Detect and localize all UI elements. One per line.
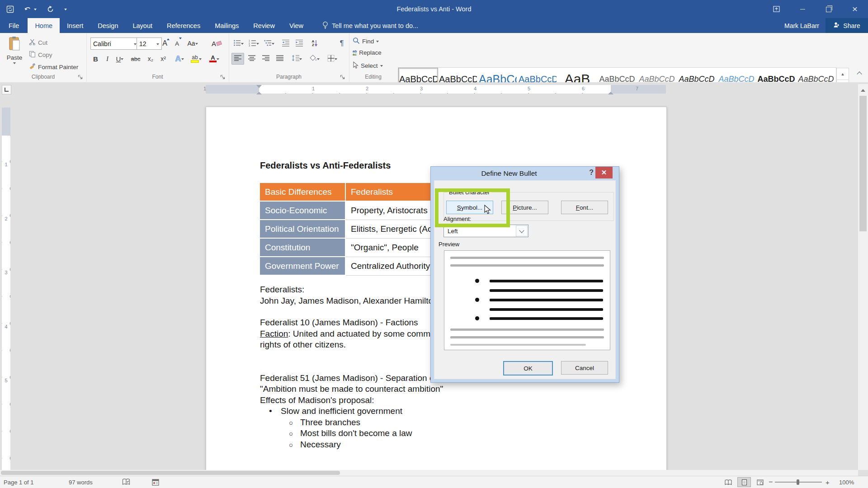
subscript-button[interactable]: x₂ <box>145 53 156 65</box>
superscript-button[interactable]: x² <box>157 53 169 65</box>
doc-line: Faction: United and actuated by some com… <box>260 329 435 339</box>
ribbon-display-options-icon[interactable] <box>763 0 789 18</box>
web-layout-icon[interactable] <box>753 477 767 487</box>
increase-indent-button[interactable] <box>293 38 305 49</box>
numbering-button[interactable]: 123 <box>247 38 261 49</box>
print-layout-icon[interactable] <box>737 477 751 487</box>
sort-icon: A Z <box>312 40 318 47</box>
bullet-list-icon <box>233 39 241 48</box>
right-indent-marker[interactable] <box>608 89 613 94</box>
show-hide-pilcrow-button[interactable]: ¶ <box>336 38 347 49</box>
circle-bullet-marker: ○ <box>289 419 300 427</box>
format-painter-label: Format Painter <box>38 64 78 70</box>
proofing-icon[interactable] <box>122 476 130 488</box>
vertical-scroll-thumb[interactable] <box>859 96 867 231</box>
justify-button[interactable] <box>274 53 286 65</box>
table-label-cell[interactable]: Constitution <box>260 238 345 257</box>
italic-button[interactable]: I <box>103 53 112 65</box>
shrink-font-button[interactable]: A <box>171 38 183 49</box>
multilevel-list-button[interactable] <box>262 38 276 49</box>
table-header-cell[interactable]: Basic Differences <box>260 183 345 201</box>
help-icon[interactable]: ? <box>589 169 594 177</box>
font-color-button[interactable]: A <box>206 53 222 65</box>
font-size-value: 12 <box>139 40 146 47</box>
replace-button[interactable]: ab ac Replace <box>353 49 382 56</box>
dialog-close-button[interactable]: ✕ <box>595 167 613 178</box>
page-indicator[interactable]: Page 1 of 1 <box>4 476 34 488</box>
horizontal-scrollbar[interactable] <box>0 470 858 476</box>
zoom-in-icon[interactable]: + <box>826 476 830 488</box>
table-label-cell[interactable]: Political Orientation <box>260 220 345 238</box>
word-count[interactable]: 97 words <box>69 476 93 488</box>
zoom-level[interactable]: 100% <box>839 476 854 488</box>
close-button[interactable]: × <box>842 0 868 18</box>
font-button[interactable]: Font... <box>561 201 608 214</box>
dropdown-chevron-icon[interactable] <box>516 225 528 236</box>
strikethrough-button[interactable]: abc <box>128 53 143 65</box>
font-size-select[interactable]: 12 <box>137 38 162 50</box>
tab-file[interactable]: File <box>0 18 28 33</box>
align-left-button[interactable] <box>231 53 244 65</box>
text-effects-button[interactable]: A <box>173 53 186 65</box>
tab-home[interactable]: Home <box>28 18 60 33</box>
tab-references[interactable]: References <box>160 18 208 33</box>
shading-button[interactable] <box>306 53 322 65</box>
copy-button[interactable]: Copy <box>29 51 52 59</box>
cut-button[interactable]: Cut <box>29 38 47 47</box>
collapse-ribbon-icon[interactable] <box>858 74 861 76</box>
table-label-cell[interactable]: Government Power <box>260 257 345 275</box>
align-right-button[interactable] <box>259 53 272 65</box>
restore-button[interactable] <box>816 0 842 18</box>
clipboard-dialog-launcher-icon[interactable] <box>78 74 83 80</box>
borders-button[interactable] <box>324 53 340 65</box>
decrease-indent-button[interactable] <box>279 38 292 49</box>
macro-record-icon[interactable] <box>152 476 159 488</box>
line-spacing-button[interactable] <box>289 53 304 65</box>
hanging-indent-marker[interactable] <box>256 89 262 94</box>
change-case-button[interactable]: Aa <box>185 38 200 49</box>
ok-button[interactable]: OK <box>503 361 553 375</box>
share-button[interactable]: Share <box>826 18 868 33</box>
zoom-out-icon[interactable]: − <box>769 476 773 488</box>
tab-selector[interactable] <box>2 85 11 94</box>
increase-indent-icon <box>295 39 303 48</box>
format-painter-button[interactable]: Format Painter <box>29 63 78 71</box>
select-button[interactable]: Select <box>353 61 383 70</box>
dialog-title[interactable]: Define New Bullet <box>431 167 587 180</box>
select-cursor-icon <box>353 61 359 70</box>
bullets-button[interactable] <box>231 38 245 49</box>
account-name[interactable]: Mark LaBarr <box>784 18 819 33</box>
find-button[interactable]: Find <box>353 37 379 46</box>
align-center-button[interactable] <box>245 53 258 65</box>
tell-me-box[interactable]: Tell me what you want to do... <box>322 18 418 33</box>
cancel-button[interactable]: Cancel <box>561 361 608 375</box>
table-label-cell[interactable]: Socio-Economic <box>260 201 345 220</box>
underline-button[interactable]: U <box>113 53 127 65</box>
tab-mailings[interactable]: Mailings <box>208 18 246 33</box>
tab-review[interactable]: Review <box>246 18 282 33</box>
tab-layout[interactable]: Layout <box>125 18 160 33</box>
horizontal-scroll-thumb[interactable] <box>1 471 340 475</box>
styles-scroll-up-icon[interactable]: ▲ <box>836 68 849 80</box>
grow-font-button[interactable]: A <box>159 38 170 49</box>
vertical-scrollbar[interactable] <box>858 84 868 470</box>
horizontal-ruler[interactable]: 1 1 2 3 4 5 6 7 <box>206 85 666 94</box>
read-mode-icon[interactable] <box>722 477 735 487</box>
tab-design[interactable]: Design <box>90 18 125 33</box>
find-label: Find <box>362 38 374 45</box>
clear-formatting-button[interactable]: A <box>210 38 223 49</box>
font-family-select[interactable]: Calibri <box>90 38 139 50</box>
sort-button[interactable]: A Z <box>308 38 321 49</box>
vertical-ruler[interactable]: 1 2 3 4 5 <box>2 108 10 476</box>
justify-icon <box>276 55 283 63</box>
highlight-color-button[interactable]: ab <box>188 53 204 65</box>
tab-view[interactable]: View <box>282 18 311 33</box>
minimize-button[interactable] <box>789 0 816 18</box>
doc-bullet-item: •Slow and inefficient government <box>269 406 402 416</box>
tab-insert[interactable]: Insert <box>60 18 90 33</box>
paste-button[interactable]: Paste <box>4 36 25 77</box>
zoom-slider-thumb[interactable] <box>797 479 799 485</box>
select-label: Select <box>361 62 378 69</box>
scroll-up-icon[interactable] <box>861 87 865 92</box>
bold-button[interactable]: B <box>90 53 101 65</box>
